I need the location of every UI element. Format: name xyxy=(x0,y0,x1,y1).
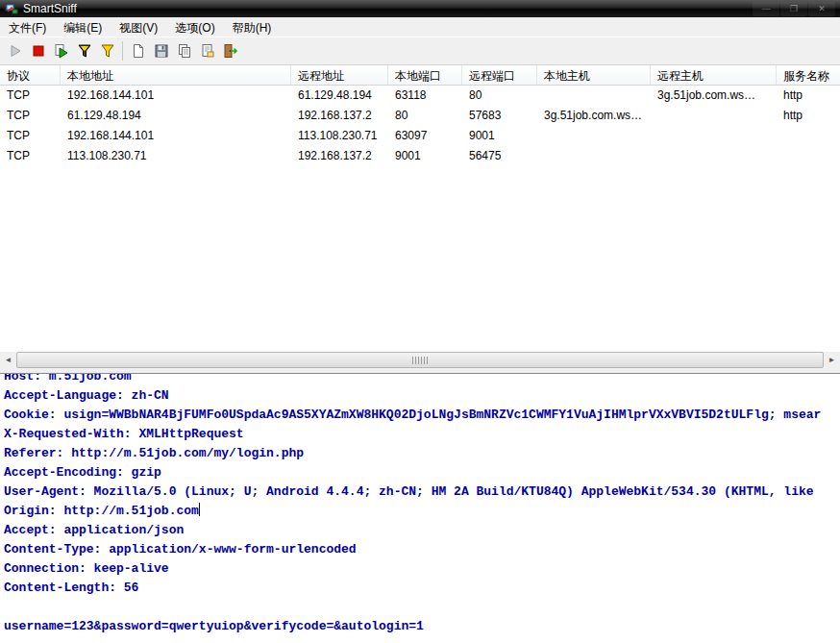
column-header-protocol[interactable]: 协议 xyxy=(0,65,61,85)
stop-capture-button[interactable] xyxy=(27,40,50,62)
cell-local-address: 192.168.144.101 xyxy=(61,86,291,106)
toolbar-separator xyxy=(122,41,123,61)
column-header-remote-address[interactable]: 远程地址 xyxy=(291,65,388,85)
menu-view[interactable]: 视图(V) xyxy=(111,17,166,37)
cell-local-port: 63118 xyxy=(388,86,462,106)
title-bar: SmartSniff — ❐ ✕ xyxy=(0,0,840,17)
cell-remote-host xyxy=(651,106,777,126)
cell-local-host: 3g.51job.com.ws… xyxy=(537,106,651,126)
stop-capture-icon xyxy=(31,43,46,59)
cell-local-port: 63097 xyxy=(388,126,462,146)
smartsniff-window: SmartSniff — ❐ ✕ 文件(F) 编辑(E) 视图(V) 选项(O)… xyxy=(0,0,840,643)
detail-line: Accept: application/json xyxy=(4,521,840,540)
start-capture-icon xyxy=(8,43,23,59)
packet-table: 协议 本地地址 远程地址 本地端口 远程端口 本地主机 远程主机 服务名称 TC… xyxy=(0,65,840,368)
cell-local-host xyxy=(537,86,651,106)
close-button[interactable]: ✕ xyxy=(808,2,835,16)
display-filter-icon xyxy=(100,43,115,59)
packet-detail-pane[interactable]: Host: m.51job.com Accept-Language: zh-CN… xyxy=(0,373,840,643)
capture-filter-icon xyxy=(77,43,92,59)
exit-icon xyxy=(223,43,238,59)
cell-remote-port: 57683 xyxy=(462,106,537,126)
cell-local-port: 80 xyxy=(388,106,462,126)
menu-options[interactable]: 选项(O) xyxy=(166,17,223,37)
detail-line: Referer: http://m.51job.com/my/login.php xyxy=(4,444,840,463)
cell-local-host xyxy=(537,146,651,166)
scroll-left-arrow-icon[interactable]: ◄ xyxy=(0,352,16,368)
detail-line-with-caret: Origin: http://m.51job.com xyxy=(4,502,840,521)
scrollbar-thumb[interactable] xyxy=(16,352,824,368)
start-capture-button[interactable] xyxy=(4,40,27,62)
cell-protocol: TCP xyxy=(0,126,61,146)
detail-line: username=123&password=qwertyuiop&verifyc… xyxy=(4,617,840,636)
horizontal-scrollbar: ◄ ► xyxy=(0,352,840,368)
cell-protocol: TCP xyxy=(0,86,61,106)
column-header-local-address[interactable]: 本地地址 xyxy=(61,65,291,85)
cell-protocol: TCP xyxy=(0,106,61,126)
detail-line: Origin: http://m.51job.com xyxy=(4,504,199,518)
capture-filter-button[interactable] xyxy=(73,40,96,62)
cell-service-name: http xyxy=(777,106,840,126)
properties-button[interactable] xyxy=(196,40,219,62)
detail-line: Content-Length: 56 xyxy=(4,579,840,598)
copy-button[interactable] xyxy=(173,40,196,62)
table-row[interactable]: TCP 61.129.48.194 192.168.137.2 80 57683… xyxy=(0,106,840,126)
column-header-local-port[interactable]: 本地端口 xyxy=(388,65,462,85)
cell-remote-port: 80 xyxy=(462,86,537,106)
cell-local-port: 9001 xyxy=(388,146,462,166)
cell-service-name: http xyxy=(777,86,840,106)
app-icon xyxy=(5,2,18,15)
new-file-button[interactable] xyxy=(127,40,150,62)
scroll-right-arrow-icon[interactable]: ► xyxy=(824,352,840,368)
cell-local-address: 113.108.230.71 xyxy=(61,146,291,166)
menu-edit[interactable]: 编辑(E) xyxy=(55,17,111,37)
table-row[interactable]: TCP 192.168.144.101 61.129.48.194 63118 … xyxy=(0,86,840,106)
cell-remote-port: 56475 xyxy=(462,146,537,166)
toolbar xyxy=(0,37,840,65)
menu-file[interactable]: 文件(F) xyxy=(0,17,55,37)
cell-remote-host xyxy=(651,126,777,146)
cell-remote-address: 113.108.230.71 xyxy=(291,126,388,146)
detail-line: Connection: keep-alive xyxy=(4,559,840,579)
detail-line: Accept-Language: zh-CN xyxy=(4,386,840,406)
cell-local-host xyxy=(537,126,651,146)
cell-local-address: 61.129.48.194 xyxy=(61,106,291,126)
detail-line: User-Agent: Mozilla/5.0 (Linux; U; Andro… xyxy=(4,482,840,502)
cell-remote-address: 61.129.48.194 xyxy=(291,86,388,106)
table-row[interactable]: TCP 113.108.230.71 192.168.137.2 9001 56… xyxy=(0,146,840,166)
minimize-button[interactable]: — xyxy=(753,2,779,16)
column-header-service-name[interactable]: 服务名称 xyxy=(777,65,840,85)
detail-line xyxy=(4,598,840,617)
green-play-page-icon xyxy=(54,43,69,59)
display-filter-button[interactable] xyxy=(96,40,119,62)
table-row[interactable]: TCP 192.168.144.101 113.108.230.71 63097… xyxy=(0,126,840,146)
cell-service-name xyxy=(777,126,840,146)
cell-remote-host: 3g.51job.com.ws… xyxy=(651,86,777,106)
copy-icon xyxy=(177,43,192,59)
cell-remote-address: 192.168.137.2 xyxy=(291,106,388,126)
menu-help[interactable]: 帮助(H) xyxy=(224,17,281,37)
window-title: SmartSniff xyxy=(23,2,77,15)
detail-line: X-Requested-With: XMLHttpRequest xyxy=(4,425,840,444)
table-header: 协议 本地地址 远程地址 本地端口 远程端口 本地主机 远程主机 服务名称 xyxy=(0,65,840,86)
properties-icon xyxy=(200,43,215,59)
scrollbar-grip xyxy=(412,357,428,364)
maximize-button[interactable]: ❐ xyxy=(780,2,807,16)
save-button[interactable] xyxy=(150,40,173,62)
column-header-local-host[interactable]: 本地主机 xyxy=(537,65,651,85)
cell-service-name xyxy=(777,146,840,166)
detail-line: Content-Type: application/x-www-form-url… xyxy=(4,540,840,559)
detail-line: Host: m.51job.com xyxy=(4,373,840,386)
menu-bar: 文件(F) 编辑(E) 视图(V) 选项(O) 帮助(H) xyxy=(0,17,840,37)
load-packets-button[interactable] xyxy=(50,40,73,62)
detail-line: Cookie: usign=WWBbNAR4BjFUMFo0USpdaAc9AS… xyxy=(4,406,840,425)
new-file-icon xyxy=(131,43,146,59)
exit-button[interactable] xyxy=(219,40,242,62)
column-header-remote-port[interactable]: 远程端口 xyxy=(462,65,537,85)
save-icon xyxy=(154,43,169,59)
table-empty-area xyxy=(0,166,840,352)
column-header-remote-host[interactable]: 远程主机 xyxy=(651,65,777,85)
detail-line: Accept-Encoding: gzip xyxy=(4,463,840,482)
text-caret xyxy=(199,503,200,516)
cell-protocol: TCP xyxy=(0,146,61,166)
